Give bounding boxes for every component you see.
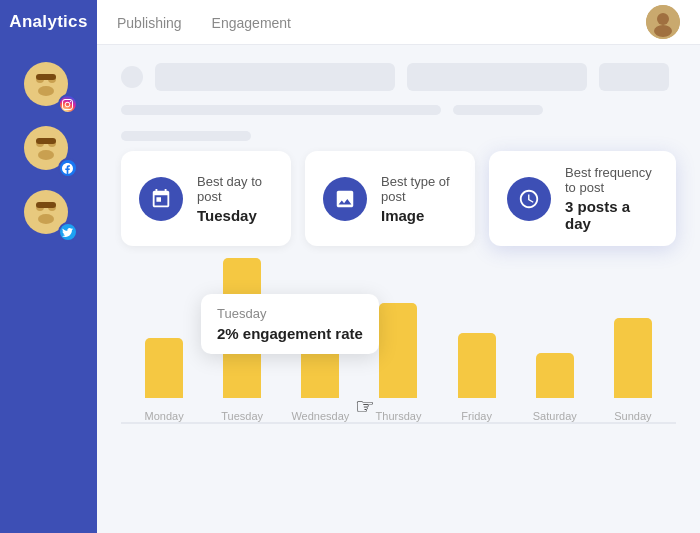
- bar-group-friday: Friday: [444, 333, 510, 422]
- sidebar-item-twitter[interactable]: [24, 190, 74, 240]
- tooltip-value: 2% engagement rate: [217, 325, 363, 342]
- bar-friday[interactable]: [458, 333, 496, 398]
- skeleton-bar-5: [453, 105, 543, 115]
- bar-chart: Tuesday 2% engagement rate ☞ MondayTuesd…: [121, 264, 676, 464]
- best-type-text: Best type of post Image: [381, 174, 457, 224]
- account-list: [24, 62, 74, 240]
- svg-point-16: [657, 13, 669, 25]
- sidebar: Analytics: [0, 0, 97, 533]
- insight-cards: Best day to post Tuesday Best type of po…: [121, 151, 676, 246]
- card-best-day: Best day to post Tuesday: [121, 151, 291, 246]
- best-frequency-text: Best frequency to post 3 posts a day: [565, 165, 658, 232]
- tab-engagement[interactable]: Engagement: [212, 1, 291, 43]
- tooltip-day: Tuesday: [217, 306, 363, 321]
- bar-sunday[interactable]: [614, 318, 652, 398]
- best-day-text: Best day to post Tuesday: [197, 174, 273, 224]
- bar-monday[interactable]: [145, 338, 183, 398]
- bar-thursday[interactable]: [379, 303, 417, 398]
- top-navigation: Publishing Engagement: [97, 0, 700, 45]
- best-day-value: Tuesday: [197, 207, 273, 224]
- nav-tabs: Publishing Engagement: [117, 1, 291, 43]
- bar-label-thursday: Thursday: [376, 410, 422, 422]
- best-type-title: Best type of post: [381, 174, 457, 204]
- bar-group-monday: Monday: [131, 338, 197, 422]
- main-area: Publishing Engagement: [97, 0, 700, 533]
- svg-rect-14: [36, 202, 56, 208]
- bar-group-sunday: Sunday: [600, 318, 666, 422]
- bar-label-monday: Monday: [145, 410, 184, 422]
- best-frequency-value: 3 posts a day: [565, 198, 658, 232]
- svg-point-13: [38, 214, 54, 224]
- content-area: Best day to post Tuesday Best type of po…: [97, 45, 700, 533]
- sidebar-title: Analytics: [0, 0, 97, 44]
- svg-point-17: [654, 25, 672, 37]
- skeleton-row-2: [121, 105, 676, 115]
- best-day-title: Best day to post: [197, 174, 273, 204]
- image-icon: [334, 188, 356, 210]
- skeleton-bar-3: [599, 63, 669, 91]
- filter-row: [121, 63, 676, 91]
- skeleton-bar-1: [155, 63, 395, 91]
- bar-saturday[interactable]: [536, 353, 574, 398]
- card-best-type: Best type of post Image: [305, 151, 475, 246]
- card-best-frequency: Best frequency to post 3 posts a day: [489, 151, 676, 246]
- skeleton-icon-1: [121, 66, 143, 88]
- bar-label-tuesday: Tuesday: [221, 410, 263, 422]
- section-label-skeleton: [121, 131, 251, 141]
- image-icon-bg: [323, 177, 367, 221]
- skeleton-bar-4: [121, 105, 441, 115]
- svg-point-3: [38, 86, 54, 96]
- instagram-badge: [58, 94, 78, 114]
- twitter-badge: [58, 222, 78, 242]
- calendar-icon-bg: [139, 177, 183, 221]
- sidebar-item-instagram[interactable]: [24, 62, 74, 112]
- skeleton-bar-2: [407, 63, 587, 91]
- chart-area: Tuesday 2% engagement rate ☞ MondayTuesd…: [121, 264, 676, 523]
- svg-rect-9: [36, 138, 56, 144]
- sidebar-item-facebook[interactable]: [24, 126, 74, 176]
- bar-label-wednesday: Wednesday: [291, 410, 349, 422]
- svg-rect-4: [36, 74, 56, 80]
- best-type-value: Image: [381, 207, 457, 224]
- facebook-badge: [58, 158, 78, 178]
- bar-label-saturday: Saturday: [533, 410, 577, 422]
- bar-label-sunday: Sunday: [614, 410, 651, 422]
- bar-group-saturday: Saturday: [522, 353, 588, 422]
- best-frequency-title: Best frequency to post: [565, 165, 658, 195]
- user-avatar[interactable]: [646, 5, 680, 39]
- clock-icon: [518, 188, 540, 210]
- chart-tooltip: Tuesday 2% engagement rate: [201, 294, 379, 354]
- tab-publishing[interactable]: Publishing: [117, 1, 182, 43]
- bar-label-friday: Friday: [461, 410, 492, 422]
- calendar-icon: [150, 188, 172, 210]
- svg-point-8: [38, 150, 54, 160]
- clock-icon-bg: [507, 177, 551, 221]
